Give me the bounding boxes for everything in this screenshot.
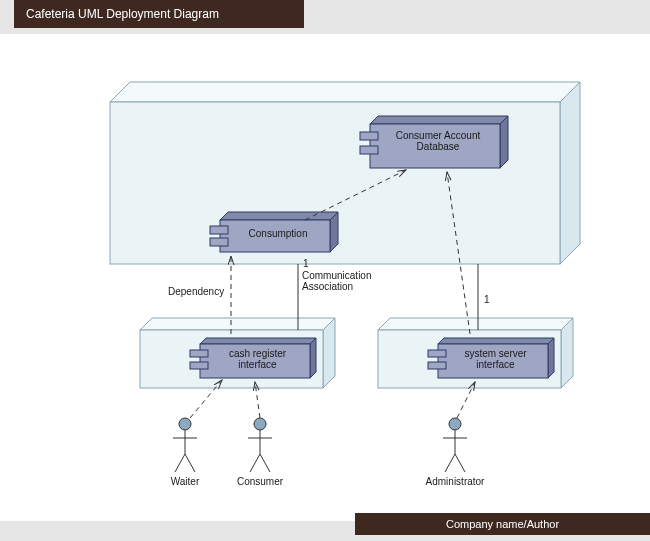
label-consumer: Consumer [230, 476, 290, 487]
svg-marker-22 [561, 318, 573, 388]
svg-marker-3 [370, 116, 508, 124]
svg-marker-21 [378, 318, 573, 330]
diagram-canvas: Consumer AccountDatabase Consumption cas… [0, 34, 650, 513]
svg-marker-4 [500, 116, 508, 168]
label-mult-1-left: 1 [303, 258, 309, 269]
svg-point-29 [179, 418, 191, 430]
svg-rect-27 [428, 350, 446, 357]
svg-marker-8 [220, 212, 338, 220]
label-system-server-interface: system serverinterface [448, 348, 543, 370]
svg-rect-19 [190, 350, 208, 357]
svg-line-43 [455, 454, 465, 472]
svg-rect-28 [428, 362, 446, 369]
svg-rect-11 [210, 226, 228, 234]
svg-point-39 [449, 418, 461, 430]
node-main-server [110, 82, 580, 264]
svg-line-32 [175, 454, 185, 472]
svg-marker-14 [323, 318, 335, 388]
label-communication-association: CommunicationAssociation [302, 270, 392, 292]
svg-rect-12 [210, 238, 228, 246]
label-administrator: Administrator [425, 476, 485, 487]
svg-marker-25 [548, 338, 554, 378]
svg-rect-7 [360, 146, 378, 154]
svg-line-38 [260, 454, 270, 472]
svg-marker-16 [200, 338, 316, 344]
actor-waiter [173, 418, 197, 472]
page-root: Cafeteria UML Deployment Diagram Company… [0, 0, 650, 541]
actor-administrator [443, 418, 467, 472]
svg-marker-13 [140, 318, 335, 330]
svg-rect-20 [190, 362, 208, 369]
svg-rect-6 [360, 132, 378, 140]
title-bar: Cafeteria UML Deployment Diagram [14, 0, 304, 28]
svg-line-37 [250, 454, 260, 472]
svg-point-34 [254, 418, 266, 430]
svg-marker-24 [438, 338, 554, 344]
label-dependency: Dependency [168, 286, 224, 297]
label-waiter: Waiter [155, 476, 215, 487]
svg-line-42 [445, 454, 455, 472]
label-consumption: Consumption [233, 228, 323, 239]
label-cash-register-interface: cash registerinterface [210, 348, 305, 370]
svg-line-33 [185, 454, 195, 472]
svg-marker-1 [560, 82, 580, 264]
svg-marker-0 [110, 82, 580, 102]
label-mult-1-right: 1 [484, 294, 490, 305]
label-consumer-account-database: Consumer AccountDatabase [383, 130, 493, 152]
actor-consumer [248, 418, 272, 472]
svg-marker-17 [310, 338, 316, 378]
footer-bar: Company name/Author [355, 513, 650, 535]
